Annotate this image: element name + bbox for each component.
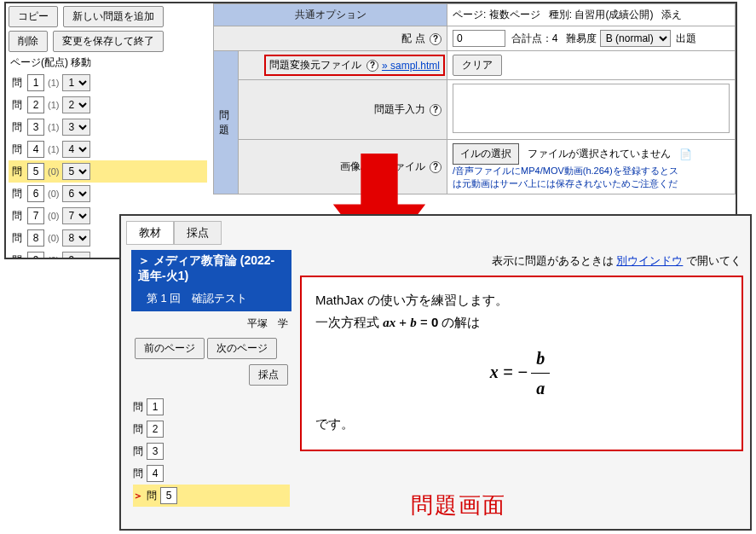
question-label: 問 [133, 444, 143, 459]
move-select[interactable]: 9 [62, 252, 90, 259]
save-and-exit-button[interactable]: 変更を保存して終了 [53, 31, 164, 52]
question-label: 問 [12, 76, 22, 90]
question-label: 問 [12, 209, 22, 223]
clear-button[interactable]: クリア [453, 55, 502, 76]
question-line-1: MathJax の使い方を練習します。 [315, 289, 728, 311]
question-label: 問 [133, 467, 143, 481]
open-new-window-link[interactable]: 別ウインドウ [616, 254, 683, 267]
manual-input-label: 問題手入力 ? [239, 80, 447, 140]
question-number-box: 4 [27, 141, 44, 158]
question-row[interactable]: ＞問5 [133, 485, 290, 507]
question-score: (0) [48, 255, 59, 259]
question-row[interactable]: 問2 [133, 418, 290, 440]
question-score: (0) [48, 211, 59, 221]
prev-page-button[interactable]: 前のページ [135, 338, 205, 359]
help-icon[interactable]: ? [430, 104, 441, 116]
help-icon[interactable]: ? [430, 33, 441, 45]
help-icon[interactable]: ? [366, 60, 378, 72]
preview-sidebar: ＞ メディア教育論 (2022-通年-火1) 第 1 回 確認テスト 平塚 学 … [126, 247, 297, 512]
tab-bar: 教材 採点 [121, 216, 750, 245]
question-row[interactable]: 問1 [133, 396, 290, 418]
question-label: 問 [147, 489, 157, 503]
add-new-question-button[interactable]: 新しい問題を追加 [63, 6, 164, 27]
page-row[interactable]: 問6(0)6 [9, 183, 207, 205]
question-number-box: 5 [27, 163, 44, 180]
page-row[interactable]: 問3(1)3 [9, 116, 207, 138]
question-label: 問 [12, 165, 22, 179]
move-select[interactable]: 4 [62, 141, 90, 158]
score-input[interactable] [453, 30, 505, 47]
move-select[interactable]: 3 [62, 119, 90, 136]
av-note-2: は元動画はサーバ上には保存されないためご注意くだ [453, 177, 730, 190]
question-score: (1) [48, 100, 59, 110]
question-number-box: 7 [27, 207, 44, 224]
next-page-button[interactable]: 次のページ [207, 338, 277, 359]
tab-materials[interactable]: 教材 [126, 221, 174, 245]
screen-caption: 問題画面 [411, 490, 506, 520]
equation-display: x = −ba [315, 344, 728, 403]
question-row[interactable]: 問4 [133, 462, 290, 485]
move-select[interactable]: 8 [62, 229, 90, 247]
question-label: 問 [12, 98, 22, 113]
source-file-callout: 問題変換元ファイル ? » sampl.html [264, 55, 445, 76]
question-number-box: 3 [27, 119, 44, 136]
question-line-3: です。 [315, 413, 728, 435]
course-subtitle: 第 1 回 確認テスト [131, 287, 291, 311]
question-number-box: 8 [27, 229, 44, 247]
question-number-box: 4 [147, 465, 164, 482]
question-score: (1) [48, 122, 59, 132]
question-score: (0) [48, 166, 59, 177]
page-row[interactable]: 問2(1)2 [9, 94, 207, 116]
caret-icon: ＞ [133, 489, 143, 503]
copy-button[interactable]: コピー [9, 6, 58, 27]
question-number-box: 1 [147, 398, 164, 415]
move-select[interactable]: 7 [62, 207, 90, 224]
delete-button[interactable]: 削除 [9, 31, 48, 52]
score-label: 配 点 ? [214, 26, 447, 51]
question-label: 問 [133, 400, 143, 415]
question-number-box: 1 [27, 74, 44, 91]
file-choose-button[interactable]: イルの選択 [453, 143, 519, 165]
help-icon[interactable]: ? [430, 161, 441, 173]
question-row[interactable]: 問3 [133, 440, 290, 462]
av-note-1: /音声ファイルにMP4/MOV動画(h.264)を登録するとス [453, 165, 730, 177]
question-label: 問 [12, 120, 22, 135]
move-select[interactable]: 6 [62, 185, 90, 202]
source-file-link[interactable]: » sampl.html [382, 60, 440, 72]
question-score: (0) [48, 189, 59, 199]
difficulty-select[interactable]: B (normal) [600, 30, 671, 47]
question-score: (0) [48, 233, 59, 243]
question-area: MathJax の使い方を練習します。 一次方程式 ax + b = 0 の解は… [300, 276, 743, 478]
tab-grade[interactable]: 採点 [174, 221, 222, 245]
score-cell: 合計点：4 難易度 B (normal) 出題 [447, 26, 736, 51]
move-select[interactable]: 1 [62, 74, 90, 91]
course-title: ＞ メディア教育論 (2022-通年-火1) [131, 250, 291, 287]
page-kind-cell: ページ: 複数ページ 種別: 自習用(成績公開) 添え [447, 4, 736, 26]
question-label: 問 [12, 187, 22, 201]
preview-window: 教材 採点 表示に問題があるときは 別ウインドウ で開いてく ＞ メディア教育論… [119, 214, 752, 531]
question-list: 問1問2問3問4＞問5 [126, 391, 297, 512]
source-file-label: 問題変換元ファイル [269, 58, 361, 73]
av-file-cell: イルの選択 ファイルが選択されていません 📄 /音声ファイルにMP4/MOV動画… [447, 140, 736, 194]
page-row[interactable]: 問5(0)5 [9, 160, 207, 183]
display-problem-note: 表示に問題があるときは 別ウインドウ で開いてく [492, 253, 742, 269]
page-row[interactable]: 問1(1)1 [9, 72, 207, 94]
question-score: (1) [48, 144, 59, 154]
question-line-2: 一次方程式 ax + b = 0 の解は [315, 311, 728, 334]
av-file-label: 画像/音声ファイル ? [239, 140, 447, 194]
question-number-box: 6 [27, 185, 44, 202]
question-label: 問 [12, 253, 22, 260]
move-select[interactable]: 2 [62, 96, 90, 113]
page-list-header: ページ(配点) 移動 [10, 55, 207, 70]
question-label: 問 [12, 231, 22, 246]
question-label: 問 [12, 142, 22, 157]
manual-input-textarea[interactable] [453, 84, 730, 133]
question-number-box: 2 [147, 421, 164, 438]
page-row[interactable]: 問4(1)4 [9, 138, 207, 160]
question-label: 問 [133, 422, 143, 437]
file-icon: 📄 [679, 148, 692, 160]
question-number-box: 3 [147, 443, 164, 460]
grade-button[interactable]: 採点 [249, 364, 288, 386]
move-select[interactable]: 5 [62, 163, 90, 180]
common-options-header: 共通オプション [214, 4, 447, 26]
